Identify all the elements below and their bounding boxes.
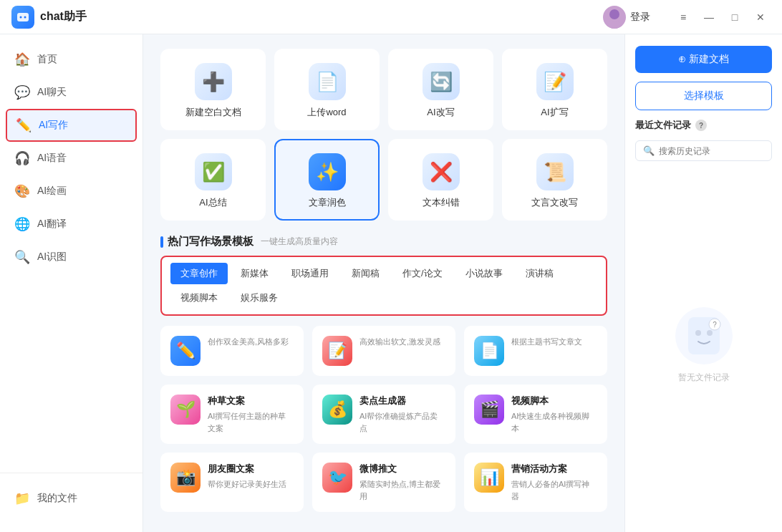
sidebar-label-ai-recognize: AI识图 [37, 251, 67, 263]
empty-state: ? 暂无文件记录 [635, 170, 772, 521]
text-correct-icon: ❌ [423, 153, 460, 190]
tool-label-new-blank: 新建空白文档 [185, 106, 241, 119]
video-script-title: 视频脚本 [511, 395, 597, 407]
cat-row-1: 文章创作 新媒体 职场通用 新闻稿 作文/论文 小说故事 演讲稿 [170, 263, 597, 284]
cat-tab-speech[interactable]: 演讲稿 [516, 263, 564, 284]
sidebar-item-ai-recognize[interactable]: 🔍 AI识图 [0, 241, 143, 274]
new-doc-button[interactable]: ⊕ 新建文档 [635, 46, 772, 73]
right-panel: ⊕ 新建文档 选择模板 最近文件记录 ? 🔍 ? 暂无文件记录 [624, 34, 782, 532]
sidebar-item-ai-chat[interactable]: 💬 AI聊天 [0, 76, 143, 109]
category-tabs: 文章创作 新媒体 职场通用 新闻稿 作文/论文 小说故事 演讲稿 视频脚本 娱乐… [170, 263, 597, 309]
cat-tab-new-media[interactable]: 新媒体 [231, 263, 279, 284]
maximize-button[interactable]: □ [725, 7, 745, 27]
tool-upload-word[interactable]: 📄 上传word [274, 49, 380, 130]
menu-button[interactable]: ≡ [673, 7, 693, 27]
draw-icon: 🎨 [14, 183, 30, 199]
titlebar-actions: 登录 ≡ — □ ✕ [603, 0, 771, 34]
select-template-button[interactable]: 选择模板 [635, 82, 772, 110]
content-card-moments[interactable]: 📸 朋友圈文案 帮你更好记录美好生活 [160, 453, 304, 512]
sidebar-item-my-files[interactable]: 📁 我的文件 [0, 482, 143, 515]
svg-text:?: ? [713, 321, 717, 329]
tool-label-upload-word: 上传word [307, 106, 346, 119]
sidebar-label-ai-draw: AI绘画 [37, 185, 67, 198]
tool-grid: ➕ 新建空白文档 📄 上传word 🔄 AI改写 📝 AI扩写 ✅ AI总结 ✨ [160, 49, 607, 221]
classical-rewrite-icon: 📜 [536, 153, 574, 190]
tool-new-blank[interactable]: ➕ 新建空白文档 [160, 49, 266, 130]
content-card-marketing[interactable]: 📊 营销活动方案 营销人必备的AI撰写神器 [464, 453, 607, 512]
upload-word-icon: 📄 [309, 63, 346, 100]
svg-point-2 [24, 16, 26, 18]
article-polish-icon: ✨ [309, 153, 346, 190]
sidebar-item-ai-draw[interactable]: 🎨 AI绘画 [0, 175, 143, 208]
ai-summary-icon: ✅ [195, 153, 232, 190]
cat-tab-entertainment[interactable]: 娱乐服务 [231, 287, 288, 309]
category-tabs-wrapper: 文章创作 新媒体 职场通用 新闻稿 作文/论文 小说故事 演讲稿 视频脚本 娱乐… [160, 256, 607, 316]
hot-section: 热门写作场景模板 一键生成高质量内容 文章创作 新媒体 职场通用 新闻稿 作文/… [160, 235, 607, 512]
card3-desc: 根据主题书写文章文 [511, 336, 597, 348]
question-icon[interactable]: ? [695, 120, 707, 131]
weibo-icon: 🐦 [322, 463, 352, 493]
main-content: ➕ 新建空白文档 📄 上传word 🔄 AI改写 📝 AI扩写 ✅ AI总结 ✨ [143, 34, 624, 532]
sidebar-label-ai-translate: AI翻译 [37, 218, 67, 231]
hot-header: 热门写作场景模板 一键生成高质量内容 [160, 235, 607, 248]
recent-header: 最近文件记录 ? [635, 119, 772, 132]
video-script-icon: 🎬 [474, 395, 504, 425]
card3-icon: 📄 [474, 336, 504, 366]
tool-ai-summary[interactable]: ✅ AI总结 [160, 139, 266, 221]
content-card-weibo[interactable]: 🐦 微博推文 紧随实时热点,博主都爱用 [312, 453, 455, 512]
tool-text-correct[interactable]: ❌ 文本纠错 [388, 139, 493, 221]
content-card-selling[interactable]: 💰 卖点生成器 AI帮你准确提炼产品卖点 [312, 385, 455, 444]
sidebar-item-home[interactable]: 🏠 首页 [0, 43, 143, 76]
content-card-3[interactable]: 📄 根据主题书写文章文 [464, 326, 607, 376]
weibo-desc: 紧随实时热点,博主都爱用 [359, 478, 445, 502]
sidebar-item-ai-write[interactable]: ✏️ AI写作 [6, 109, 137, 142]
search-input[interactable] [659, 146, 764, 156]
tool-article-polish[interactable]: ✨ 文章润色 [274, 139, 380, 221]
sidebar-label-home: 首页 [37, 53, 57, 66]
cat-tab-news[interactable]: 新闻稿 [342, 263, 390, 284]
tool-label-ai-rewrite: AI改写 [427, 106, 454, 119]
selling-desc: AI帮你准确提炼产品卖点 [359, 410, 445, 434]
files-icon: 📁 [14, 490, 30, 506]
card2-desc: 高效输出软文,激发灵感 [359, 336, 445, 348]
content-card-2[interactable]: 📝 高效输出软文,激发灵感 [312, 326, 455, 376]
avatar [603, 6, 626, 29]
sidebar: 🏠 首页 💬 AI聊天 ✏️ AI写作 🎧 AI语音 🎨 AI绘画 🌐 AI翻译… [0, 34, 143, 532]
login-area[interactable]: 登录 [603, 6, 650, 29]
minimize-button[interactable]: — [699, 7, 719, 27]
cat-tab-novel[interactable]: 小说故事 [455, 263, 513, 284]
weibo-title: 微博推文 [359, 463, 445, 475]
sidebar-item-ai-voice[interactable]: 🎧 AI语音 [0, 142, 143, 175]
chat-icon: 💬 [14, 84, 30, 100]
content-card-seeding[interactable]: 🌱 种草文案 AI撰写任何主题的种草文案 [160, 385, 304, 444]
video-script-desc: AI快速生成各种视频脚本 [511, 410, 597, 434]
cat-tab-article-create[interactable]: 文章创作 [170, 263, 228, 284]
tool-classical-rewrite[interactable]: 📜 文言文改写 [502, 139, 607, 221]
seeding-desc: AI撰写任何主题的种草文案 [208, 410, 294, 434]
recent-label: 最近文件记录 [635, 119, 691, 132]
marketing-title: 营销活动方案 [511, 463, 597, 475]
cat-tab-workplace[interactable]: 职场通用 [281, 263, 339, 284]
content-card-video-script[interactable]: 🎬 视频脚本 AI快速生成各种视频脚本 [464, 385, 607, 444]
new-blank-icon: ➕ [195, 63, 232, 100]
hot-title: 热门写作场景模板 [160, 235, 254, 248]
sidebar-item-ai-translate[interactable]: 🌐 AI翻译 [0, 208, 143, 241]
svg-point-3 [609, 9, 619, 19]
tool-label-text-correct: 文本纠错 [423, 196, 460, 209]
svg-rect-0 [17, 13, 29, 21]
tool-ai-rewrite[interactable]: 🔄 AI改写 [388, 49, 493, 130]
cat-tab-video-script[interactable]: 视频脚本 [170, 287, 228, 309]
content-card-1[interactable]: ✏️ 创作双金美高,风格多彩 [160, 326, 304, 376]
svg-point-4 [607, 21, 622, 29]
cat-tab-essay[interactable]: 作文/论文 [392, 263, 453, 284]
close-button[interactable]: ✕ [750, 7, 771, 27]
tool-label-ai-summary: AI总结 [199, 196, 226, 209]
tool-ai-expand[interactable]: 📝 AI扩写 [502, 49, 607, 130]
recognize-icon: 🔍 [14, 249, 30, 265]
voice-icon: 🎧 [14, 150, 30, 166]
login-text[interactable]: 登录 [630, 11, 650, 24]
sidebar-label-ai-chat: AI聊天 [37, 86, 67, 99]
moments-icon: 📸 [170, 463, 201, 493]
content-grid: ✏️ 创作双金美高,风格多彩 📝 高效输出软文,激发灵感 📄 根据主题书写文章文 [160, 326, 607, 512]
selling-icon: 💰 [322, 395, 352, 425]
